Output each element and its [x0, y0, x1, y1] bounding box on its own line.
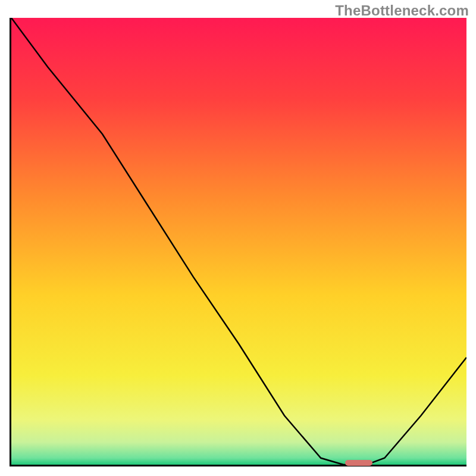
plot-area — [10, 18, 466, 466]
optimal-marker — [345, 460, 372, 466]
chart-stage: TheBottleneck.com — [0, 0, 476, 476]
watermark-text: TheBottleneck.com — [335, 2, 469, 19]
bottleneck-curve — [11, 18, 466, 465]
